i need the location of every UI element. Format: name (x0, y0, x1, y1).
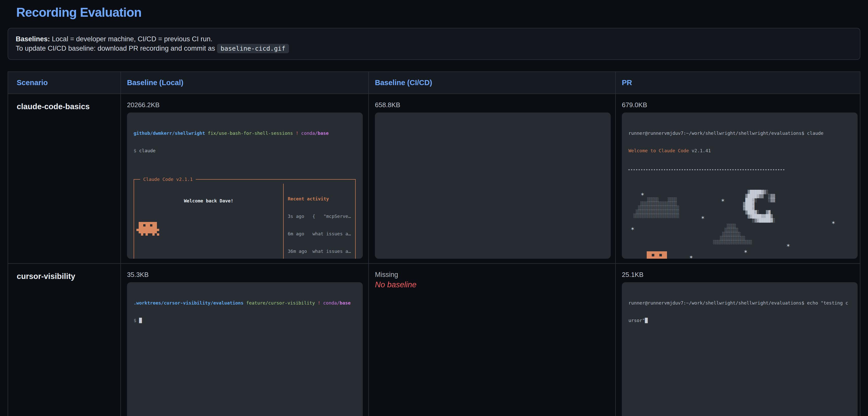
shell-command-line: runner@runnervmjduv7:~/work/shellwright/… (628, 130, 851, 136)
recording-claude-local: github/dwmkerr/shellwright fix/use-bash-… (127, 113, 363, 259)
terminal-cursor: █ (139, 318, 142, 323)
size-label: 20266.2KB (127, 101, 363, 109)
claude-mascot-pixel-art (134, 222, 283, 235)
claude-welcome-box: Claude Code v2.1.1 Welcome back Dave! Op… (133, 179, 356, 259)
size-label: 25.1KB (622, 271, 854, 279)
welcome-message: Welcome back Dave! (134, 198, 283, 204)
size-label: 658.8KB (375, 101, 610, 109)
shell-command-line: $ claude (133, 148, 356, 154)
size-label: 679.0KB (622, 101, 854, 109)
ascii-star: ✶ (786, 243, 790, 249)
ascii-cloud-center: ░░░░ ░░░░░░ ░░░░░░░░ ░░░░░░░░░░░ ░░░░░░░… (713, 224, 752, 244)
baseline-filename-code: baseline-cicd.gif (217, 44, 289, 53)
table-header-row: Scenario Baseline (Local) Baseline (CI/C… (8, 72, 860, 94)
table-row: claude-code-basics 20266.2KB github/dwmk… (8, 94, 860, 263)
header-scenario: Scenario (8, 72, 121, 94)
page-title: Recording Evaluation (16, 5, 868, 20)
scenario-cursor-visibility: cursor-visibility (8, 263, 121, 416)
cell-claude-local: 20266.2KB github/dwmkerr/shellwright fix… (121, 94, 369, 263)
cell-claude-cicd: 658.8KB (369, 94, 616, 263)
cell-claude-pr: 679.0KB runner@runnervmjduv7:~/work/shel… (616, 94, 860, 263)
ascii-star: ✶ (701, 215, 705, 221)
ascii-star: ✶ (831, 220, 836, 226)
recent-activity-item: 3s ago { "mcpServe… (288, 213, 355, 219)
info-line-2: To update CI/CD baseline: download PR re… (16, 44, 852, 53)
ascii-star: ✶ (689, 254, 693, 259)
info-baselines-label: Baselines: (16, 35, 50, 43)
recording-claude-cicd (375, 113, 611, 259)
header-baseline-cicd: Baseline (CI/CD) (369, 72, 616, 94)
terminal-cursor: █ (645, 318, 648, 323)
ascii-night-scene: ░░░░░ ░░░░ ░░░░░░░░░░░░░░░░ ░░░░░░░░░░░░… (628, 186, 851, 259)
claude-version-title: Claude Code v2.1.1 (140, 176, 196, 182)
size-label: 35.3KB (127, 271, 363, 279)
claude-welcome-line: Welcome to Claude Code v2.1.41 (628, 148, 851, 154)
evaluation-table: Scenario Baseline (Local) Baseline (CI/C… (8, 71, 860, 416)
ascii-cloud-left: ░░░░░ ░░░░ ░░░░░░░░░░░░░░░░ ░░░░░░░░░░░░… (633, 198, 679, 218)
shell-prompt-line: .worktrees/cursor-visibility/evaluations… (133, 300, 356, 306)
scenario-claude-code-basics: claude-code-basics (8, 94, 121, 263)
info-line-1: Baselines: Local = developer machine, CI… (16, 34, 852, 44)
ascii-star: ✶ (744, 249, 748, 255)
ascii-star: ✶ (640, 192, 645, 197)
recording-claude-pr: runner@runnervmjduv7:~/work/shellwright/… (622, 113, 858, 259)
recent-activity-item: 6m ago what issues a… (288, 231, 355, 236)
recent-activity-heading: Recent activity (288, 196, 355, 202)
header-baseline-local: Baseline (Local) (121, 72, 369, 94)
dotted-divider (628, 169, 785, 170)
shell-command-line: runner@runnervmjduv7:~/work/shellwright/… (628, 300, 851, 306)
shell-command-line: $ █ (133, 317, 356, 323)
header-pr: PR (616, 72, 860, 94)
missing-status: Missing (375, 271, 610, 279)
recording-cursor-local: .worktrees/cursor-visibility/evaluations… (127, 282, 363, 416)
cell-cursor-local: 35.3KB .worktrees/cursor-visibility/eval… (121, 263, 369, 416)
ascii-star: ✶ (721, 198, 725, 203)
cell-cursor-pr: 25.1KB runner@runnervmjduv7:~/work/shell… (616, 263, 860, 416)
shell-command-wrap-line: ursor"█ (628, 317, 851, 323)
no-baseline-note: No baseline (375, 280, 610, 289)
claude-mascot-pixel-art (642, 251, 672, 259)
table-row: cursor-visibility 35.3KB .worktrees/curs… (8, 263, 860, 416)
recent-activity-item: 36m ago what issues a… (288, 248, 355, 254)
ascii-star: ✶ (630, 226, 635, 232)
recording-cursor-pr: runner@runnervmjduv7:~/work/shellwright/… (622, 282, 858, 416)
cell-cursor-cicd: Missing No baseline (369, 263, 616, 416)
baselines-info-box: Baselines: Local = developer machine, CI… (8, 28, 860, 60)
ascii-moon: ▒█████▓▒░ ▒████▓▒▒ ░▒▒ ███▓░ ░▒▒ ▒███▓ ▒… (743, 190, 775, 222)
shell-prompt-line: github/dwmkerr/shellwright fix/use-bash-… (133, 130, 356, 136)
